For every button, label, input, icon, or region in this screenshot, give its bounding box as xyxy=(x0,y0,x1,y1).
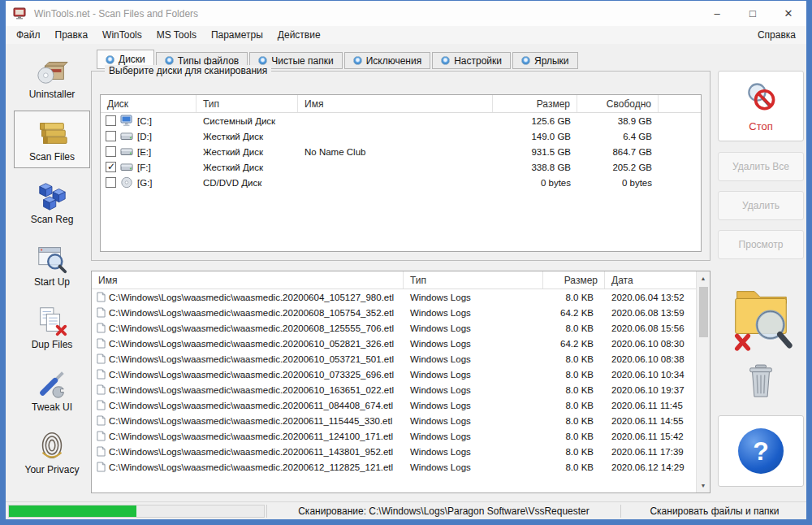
column-header-type[interactable]: Тип xyxy=(197,95,298,112)
recycle-bin-icon xyxy=(745,363,776,402)
drive-cell: [E:] xyxy=(101,145,197,158)
drive-free: 205.2 GB xyxy=(577,163,659,172)
column-header-disk[interactable]: Диск xyxy=(101,95,197,112)
column-header-file-name[interactable]: Имя xyxy=(92,271,404,289)
file-row[interactable]: C:\Windows\Logs\waasmedic\waasmedic.2020… xyxy=(92,320,696,336)
scroll-up-button[interactable]: ▲ xyxy=(697,271,710,285)
tab-bullet-icon xyxy=(521,56,530,65)
column-header-free[interactable]: Свободно xyxy=(577,95,659,112)
scroll-thumb[interactable] xyxy=(699,287,708,337)
disk-checkbox[interactable] xyxy=(106,177,116,188)
sidebar-item-uninstaller[interactable]: Uninstaller xyxy=(14,48,90,106)
file-icon xyxy=(97,431,106,441)
scan-mode-text: Сканировать файлы и папки xyxy=(623,505,806,517)
sidebar-icon xyxy=(35,241,69,276)
menu-справка[interactable]: Справка xyxy=(747,29,806,41)
file-date: 2020.06.10 10:34 xyxy=(605,370,696,380)
disk-row-g[interactable]: [G:] CD/DVD Диск 0 bytes 0 bytes xyxy=(101,175,701,190)
sidebar-item-scan-files[interactable]: Scan Files xyxy=(14,111,90,168)
file-type: Windows Logs xyxy=(404,401,543,410)
column-header-file-size[interactable]: Размер xyxy=(543,271,605,289)
sidebar-item-label: Uninstaller xyxy=(29,89,76,100)
tab-ярлыки[interactable]: Ярлыки xyxy=(512,52,578,69)
sidebar-item-your-privacy[interactable]: Your Privacy xyxy=(14,423,90,481)
file-row[interactable]: C:\Windows\Logs\waasmedic\waasmedic.2020… xyxy=(92,397,696,413)
file-row[interactable]: C:\Windows\Logs\waasmedic\waasmedic.2020… xyxy=(92,336,696,351)
disk-checkbox[interactable] xyxy=(106,131,116,141)
close-button[interactable]: ✕ xyxy=(771,1,806,26)
column-header-file-date[interactable]: Дата xyxy=(605,271,696,289)
disk-row-f[interactable]: [F:] Жесткий Диск 338.8 GB 205.2 GB xyxy=(101,159,701,175)
menu-правка[interactable]: Правка xyxy=(48,29,96,41)
sidebar-item-scan-reg[interactable]: Scan Reg xyxy=(14,173,90,231)
drive-icon xyxy=(120,115,133,127)
file-path: C:\Windows\Logs\waasmedic\waasmedic.2020… xyxy=(109,447,393,457)
menu-действие[interactable]: Действие xyxy=(270,29,328,41)
drive-size: 338.8 GB xyxy=(493,163,577,172)
status-divider xyxy=(266,505,267,518)
file-row[interactable]: C:\Windows\Logs\waasmedic\waasmedic.2020… xyxy=(92,413,696,428)
maximize-button[interactable]: □ xyxy=(735,1,771,26)
file-row[interactable]: C:\Windows\Logs\waasmedic\waasmedic.2020… xyxy=(92,289,696,305)
disk-row-c[interactable]: [C:] Системный Диск 125.6 GB 38.9 GB xyxy=(101,113,701,128)
disk-row-d[interactable]: [D:] Жесткий Диск 149.0 GB 6.4 GB xyxy=(101,128,701,144)
column-header-name[interactable]: Имя xyxy=(298,95,493,112)
menu-файл[interactable]: Файл xyxy=(9,29,48,41)
disk-groupbox: Выберите диски для сканирования Диск Тип… xyxy=(91,71,710,261)
file-date: 2020.06.08 13:59 xyxy=(605,308,696,318)
sidebar-item-label: Scan Files xyxy=(29,151,75,163)
file-path: C:\Windows\Logs\waasmedic\waasmedic.2020… xyxy=(109,293,394,302)
file-row[interactable]: C:\Windows\Logs\waasmedic\waasmedic.2020… xyxy=(92,459,696,475)
file-type: Windows Logs xyxy=(404,308,543,318)
tab-label: Настройки xyxy=(454,55,502,67)
sidebar-icon xyxy=(35,54,69,88)
file-name-cell: C:\Windows\Logs\waasmedic\waasmedic.2020… xyxy=(92,431,404,441)
file-size: 8.0 KB xyxy=(543,385,605,395)
file-path: C:\Windows\Logs\waasmedic\waasmedic.2020… xyxy=(109,308,394,318)
scroll-down-button[interactable]: ▼ xyxy=(697,479,710,492)
status-divider xyxy=(620,505,621,518)
delete-button: Удалить xyxy=(718,191,804,220)
tab-исключения[interactable]: Исключения xyxy=(344,52,431,69)
file-row[interactable]: C:\Windows\Logs\waasmedic\waasmedic.2020… xyxy=(92,351,696,367)
file-list-header: Имя Тип Размер Дата xyxy=(92,271,710,289)
drive-free: 0 bytes xyxy=(577,178,659,188)
file-size: 8.0 KB xyxy=(543,370,605,380)
file-size: 8.0 KB xyxy=(543,432,605,441)
column-header-file-type[interactable]: Тип xyxy=(404,271,543,289)
stop-button[interactable]: Стоп xyxy=(718,71,804,141)
menu-ms-tools[interactable]: MS Tools xyxy=(149,29,204,41)
drive-free: 38.9 GB xyxy=(577,116,659,126)
disk-checkbox[interactable] xyxy=(106,162,116,172)
file-row[interactable]: C:\Windows\Logs\waasmedic\waasmedic.2020… xyxy=(92,382,696,397)
disk-checkbox[interactable] xyxy=(106,115,116,126)
drive-icon xyxy=(120,145,133,158)
file-path: C:\Windows\Logs\waasmedic\waasmedic.2020… xyxy=(109,416,392,426)
file-path: C:\Windows\Logs\waasmedic\waasmedic.2020… xyxy=(109,385,394,395)
file-row[interactable]: C:\Windows\Logs\waasmedic\waasmedic.2020… xyxy=(92,444,696,459)
vertical-scrollbar[interactable]: ▲ ▼ xyxy=(696,271,710,492)
disk-row-e[interactable]: [E:] Жесткий Диск No Name Club 931.5 GB … xyxy=(101,144,701,159)
column-header-size[interactable]: Размер xyxy=(493,95,577,112)
file-rows: C:\Windows\Logs\waasmedic\waasmedic.2020… xyxy=(92,289,696,492)
file-row[interactable]: C:\Windows\Logs\waasmedic\waasmedic.2020… xyxy=(92,367,696,382)
help-button[interactable]: ? xyxy=(738,428,784,474)
minimize-button[interactable]: – xyxy=(699,1,735,26)
stop-scan-icon xyxy=(743,80,779,118)
disk-checkbox[interactable] xyxy=(106,146,116,157)
tab-настройки[interactable]: Настройки xyxy=(432,52,511,69)
file-row[interactable]: C:\Windows\Logs\waasmedic\waasmedic.2020… xyxy=(92,428,696,444)
tab-bullet-icon xyxy=(353,56,362,65)
disk-rows: [C:] Системный Диск 125.6 GB 38.9 GB xyxy=(101,113,701,190)
menu-параметры[interactable]: Параметры xyxy=(204,29,270,41)
sidebar-item-start-up[interactable]: Start Up xyxy=(14,236,90,293)
file-date: 2020.06.11 15:42 xyxy=(605,432,696,441)
file-row[interactable]: C:\Windows\Logs\waasmedic\waasmedic.2020… xyxy=(92,305,696,320)
menu-wintools[interactable]: WinTools xyxy=(95,29,149,41)
sidebar-item-dup-files[interactable]: Dup Files xyxy=(14,298,90,356)
drive-type: CD/DVD Диск xyxy=(197,178,298,188)
window-title: WinTools.net - Scan Files and Folders xyxy=(34,8,198,20)
file-type: Windows Logs xyxy=(404,385,543,395)
sidebar-item-tweak-ui[interactable]: Tweak UI xyxy=(14,361,90,419)
drive-size: 149.0 GB xyxy=(493,132,577,141)
